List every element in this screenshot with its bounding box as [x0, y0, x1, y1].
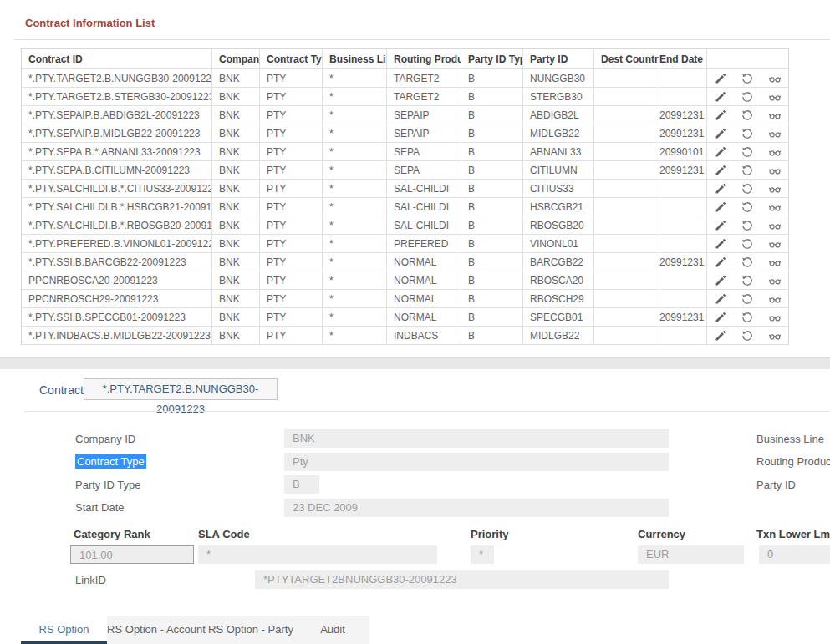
link-id-field[interactable]: *PTYTARGET2BNUNGGB30-20091223	[255, 570, 669, 589]
cell-party-id: RBOSGB20	[523, 216, 594, 235]
view-glasses-icon[interactable]	[768, 256, 782, 269]
view-glasses-icon[interactable]	[768, 127, 782, 140]
table-row[interactable]: *.PTY.TARGET2.B.STERGB30-20091223 BNK PT…	[22, 88, 789, 106]
table-row[interactable]: *.PTY.SEPAIP.B.MIDLGB22-20091223 BNK PTY…	[22, 124, 789, 143]
view-glasses-icon[interactable]	[768, 292, 782, 306]
edit-pencil-icon[interactable]	[714, 145, 727, 159]
view-glasses-icon[interactable]	[768, 274, 782, 287]
restore-icon[interactable]	[741, 109, 754, 122]
cell-dest-country	[594, 161, 659, 180]
inactive-tab-strip: RS Option - Account RS Option - Party Au…	[107, 616, 369, 644]
cell-company: BNK	[212, 106, 260, 124]
restore-icon[interactable]	[741, 329, 754, 342]
restore-icon[interactable]	[741, 274, 754, 287]
table-row[interactable]: *.PTY.SEPA.B.CITILUMN-20091223 BNK PTY *…	[22, 161, 789, 180]
edit-pencil-icon[interactable]	[714, 274, 727, 287]
cell-party-id-type: B	[461, 180, 523, 198]
tab-rs-option-account[interactable]: RS Option - Account	[107, 616, 206, 644]
view-glasses-icon[interactable]	[768, 182, 782, 195]
edit-pencil-icon[interactable]	[714, 256, 727, 269]
cell-company: BNK	[212, 253, 260, 271]
tab-rs-option-party[interactable]: RS Option - Party	[206, 616, 296, 644]
cell-actions	[707, 327, 789, 345]
view-glasses-icon[interactable]	[768, 311, 782, 324]
view-glasses-icon[interactable]	[768, 109, 782, 122]
view-glasses-icon[interactable]	[768, 90, 782, 104]
col-contract-id: Contract ID	[22, 49, 212, 69]
table-row[interactable]: *.PTY.SALCHILDI.B.*.RBOSGB20-20091222 BN…	[22, 216, 789, 235]
restore-icon[interactable]	[741, 72, 754, 85]
view-glasses-icon[interactable]	[768, 200, 782, 214]
view-glasses-icon[interactable]	[768, 237, 782, 251]
table-row[interactable]: PPCNRBOSCA20-20091223 BNK PTY * NORMAL B…	[22, 271, 789, 290]
cell-company: BNK	[212, 143, 260, 161]
view-glasses-icon[interactable]	[768, 164, 782, 177]
view-glasses-icon[interactable]	[768, 219, 782, 232]
cell-routing-product: SAL-CHILDI	[387, 180, 461, 198]
restore-icon[interactable]	[741, 182, 754, 195]
start-date-field[interactable]: 23 DEC 2009	[284, 499, 669, 517]
restore-icon[interactable]	[741, 164, 754, 177]
edit-pencil-icon[interactable]	[714, 72, 727, 85]
tab-rs-option[interactable]: RS Option	[21, 616, 107, 644]
restore-icon[interactable]	[741, 292, 754, 306]
table-row[interactable]: *.PTY.SEPAIP.B.ABDIGB2L-20091223 BNK PTY…	[22, 106, 789, 124]
sla-code-field[interactable]: *	[198, 545, 437, 564]
currency-field[interactable]: EUR	[638, 545, 744, 564]
edit-pencil-icon[interactable]	[714, 311, 727, 324]
view-glasses-icon[interactable]	[768, 145, 782, 159]
edit-pencil-icon[interactable]	[714, 164, 727, 177]
restore-icon[interactable]	[741, 145, 754, 159]
restore-icon[interactable]	[741, 127, 754, 140]
edit-pencil-icon[interactable]	[714, 219, 727, 232]
cell-dest-country	[594, 106, 659, 124]
contract-type-field[interactable]: Pty	[284, 453, 669, 471]
cell-dest-country	[594, 88, 659, 106]
cell-dest-country	[594, 124, 659, 143]
txn-lower-lmt-field[interactable]: 0	[759, 545, 830, 564]
cell-routing-product: PREFERED	[387, 235, 461, 253]
contract-list-panel: Contract Information List Contract ID Co…	[0, 0, 830, 357]
cell-actions	[707, 124, 789, 143]
table-row[interactable]: PPCNRBOSCH29-20091223 BNK PTY * NORMAL B…	[22, 290, 789, 308]
selected-contract-chip[interactable]: *.PTY.TARGET2.B.NUNGGB30-20091223	[84, 378, 278, 400]
table-row[interactable]: *.PTY.SALCHILDI.B.*.HSBCGB21-20091222 BN…	[22, 198, 789, 216]
cell-routing-product: SEPA	[387, 143, 461, 161]
col-party-id-type: Party ID Type	[461, 49, 523, 69]
view-glasses-icon[interactable]	[768, 329, 782, 342]
restore-icon[interactable]	[741, 219, 754, 232]
restore-icon[interactable]	[741, 90, 754, 104]
cell-actions	[707, 106, 789, 124]
contract-type-selected-text: Contract Type	[75, 454, 146, 469]
restore-icon[interactable]	[741, 256, 754, 269]
category-rank-field[interactable]: 101.00	[70, 545, 194, 564]
cell-contract-id: *.PTY.SEPAIP.B.MIDLGB22-20091223	[22, 124, 212, 143]
table-row[interactable]: *.PTY.SSI.B.SPECGB01-20091223 BNK PTY * …	[22, 308, 789, 327]
table-row[interactable]: *.PTY.SSI.B.BARCGB22-20091223 BNK PTY * …	[22, 253, 789, 271]
edit-pencil-icon[interactable]	[714, 127, 727, 140]
edit-pencil-icon[interactable]	[714, 109, 727, 122]
edit-pencil-icon[interactable]	[714, 182, 727, 195]
table-row[interactable]: *.PTY.TARGET2.B.NUNGGB30-20091223 BNK PT…	[22, 69, 789, 88]
cell-contract-type: PTY	[260, 290, 323, 308]
tab-audit[interactable]: Audit	[296, 616, 369, 644]
edit-pencil-icon[interactable]	[714, 329, 727, 342]
edit-pencil-icon[interactable]	[714, 200, 727, 214]
edit-pencil-icon[interactable]	[714, 237, 727, 251]
edit-pencil-icon[interactable]	[714, 90, 727, 104]
cell-contract-type: PTY	[260, 88, 323, 106]
table-row[interactable]: *.PTY.PREFERED.B.VINONL01-20091223 BNK P…	[22, 235, 789, 253]
restore-icon[interactable]	[741, 237, 754, 251]
restore-icon[interactable]	[741, 311, 754, 324]
view-glasses-icon[interactable]	[768, 72, 782, 85]
company-id-field[interactable]: BNK	[284, 429, 669, 448]
table-row[interactable]: *.PTY.SALCHILDI.B.*.CITIUS33-20091222 BN…	[22, 180, 789, 198]
table-row[interactable]: *.PTY.INDBACS.B.MIDLGB22-20091223 BNK PT…	[22, 327, 789, 345]
priority-field[interactable]: *	[471, 545, 494, 564]
restore-icon[interactable]	[741, 200, 754, 214]
table-row[interactable]: *.PTY.SEPA.B.*.ABNANL33-20091223 BNK PTY…	[22, 143, 789, 161]
cell-contract-id: *.PTY.SALCHILDI.B.*.RBOSGB20-20091222	[22, 216, 212, 235]
col-business-line: Business Line	[323, 49, 387, 69]
edit-pencil-icon[interactable]	[714, 292, 727, 306]
party-id-type-field[interactable]: B	[284, 475, 319, 494]
